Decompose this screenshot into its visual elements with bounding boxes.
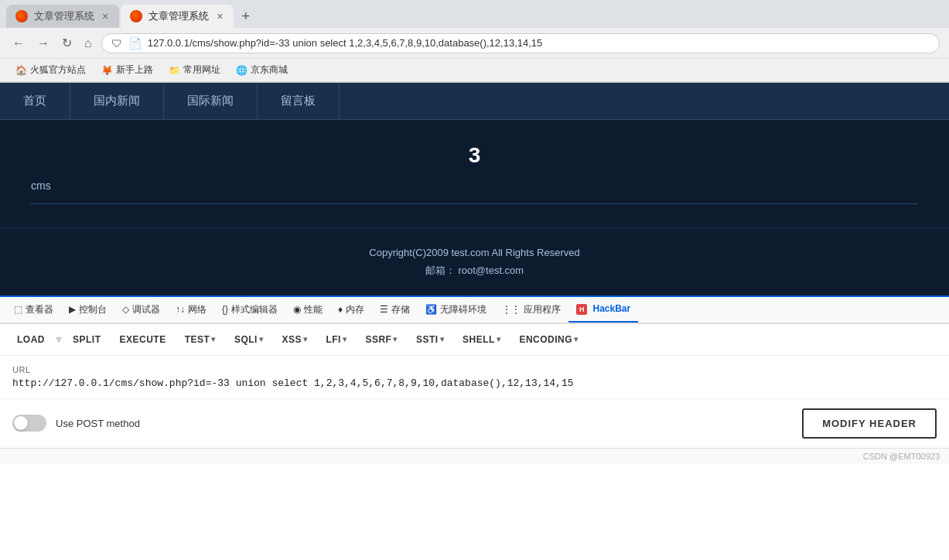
nav-international[interactable]: 国际新闻 [164,83,258,119]
hackbar-split-button[interactable]: SPLIT [65,330,109,349]
ssrf-dropdown-arrow: ▾ [393,335,398,343]
bookmark-firefox-label: 火狐官方站点 [30,63,86,77]
devtool-console[interactable]: ▶ 控制台 [61,297,114,323]
csdn-label: CSDN @EMT00923 [863,452,940,461]
hackbar-lfi-button[interactable]: LFI ▾ [318,330,354,349]
test-dropdown-arrow: ▾ [211,335,216,343]
perf-icon: ◉ [293,304,301,315]
hackbar-label: HackBar [592,303,630,314]
tab-active[interactable]: 文章管理系统 × [121,5,234,28]
footer-email-label: 邮箱： [425,265,456,276]
tab-inactive[interactable]: 文章管理系统 × [6,5,119,28]
hackbar-load-button[interactable]: LOAD [9,330,53,349]
inspect-label: 查看器 [26,303,53,316]
hackbar-url-section: URL http://127.0.0.1/cms/show.php?id=-33… [0,356,949,399]
perf-label: 性能 [304,303,323,316]
hackbar-sqli-button[interactable]: SQLI ▾ [227,330,271,349]
home-button[interactable]: ⌂ [81,33,95,53]
app-icon: ⋮⋮ [502,304,521,315]
hackbar-panel: LOAD ▾ SPLIT EXECUTE TEST ▾ SQLI ▾ XSS ▾… [0,323,949,448]
devtool-storage[interactable]: ☰ 存储 [372,297,418,323]
bookmark-jd-icon: 🌐 [236,65,247,76]
footer-copyright: Copyright(C)2009 test.com All Rights Res… [15,244,934,261]
shell-dropdown-arrow: ▾ [497,335,501,343]
devtool-hackbar[interactable]: H HackBar [568,297,638,323]
tab1-close-icon[interactable]: × [101,10,110,22]
memory-icon: ♦ [338,304,343,315]
tab-bar: 文章管理系统 × 文章管理系统 × + [0,0,949,28]
new-tab-button[interactable]: + [235,5,256,28]
hackbar-encoding-button[interactable]: ENCODING ▾ [511,330,585,349]
bookmark-newuser-label: 新手上路 [116,63,153,77]
devtool-network[interactable]: ↑↓ 网络 [168,297,214,323]
tab2-title: 文章管理系统 [148,9,209,23]
url-display: 127.0.0.1/cms/show.php?id=-33 union sele… [148,37,930,49]
toolbar-separator1: ▾ [56,332,62,347]
nav-domestic[interactable]: 国内新闻 [70,83,164,119]
bookmark-jd-label: 京东商城 [251,63,288,77]
console-label: 控制台 [79,303,107,316]
modify-header-button[interactable]: MODIFY HEADER [802,408,937,439]
nav-spacer [340,83,949,119]
devtools-bar: ⬚ 查看器 ▶ 控制台 ◇ 调试器 ↑↓ 网络 {} 样式编辑器 ◉ 性能 ♦ … [0,295,949,323]
url-bar[interactable]: 🛡 📄 127.0.0.1/cms/show.php?id=-33 union … [101,33,940,53]
console-icon: ▶ [69,304,76,315]
bookmark-urls[interactable]: 📁 常用网址 [162,62,227,78]
hackbar-ssti-button[interactable]: SSTI ▾ [408,330,452,349]
website-nav: 首页 国内新闻 国际新闻 留言板 [0,83,949,120]
xss-dropdown-arrow: ▾ [303,335,308,343]
post-method-row: Use POST method [12,415,140,432]
debugger-icon: ◇ [122,304,129,315]
hackbar-toolbar: LOAD ▾ SPLIT EXECUTE TEST ▾ SQLI ▾ XSS ▾… [0,324,949,356]
app-label: 应用程序 [524,303,561,316]
accessibility-icon: ♿ [425,304,437,315]
hackbar-xss-button[interactable]: XSS ▾ [274,330,315,349]
bookmark-firefox-icon: 🏠 [15,65,27,76]
network-label: 网络 [188,303,207,316]
devtool-memory[interactable]: ♦ 内存 [330,297,372,323]
devtool-app[interactable]: ⋮⋮ 应用程序 [494,297,568,323]
accessibility-label: 无障碍环境 [440,303,486,316]
content-number: 3 [31,135,918,176]
post-method-toggle[interactable] [12,415,46,432]
devtool-accessibility[interactable]: ♿ 无障碍环境 [418,297,494,323]
content-separator [31,203,918,204]
tab1-favicon [15,10,28,22]
tab1-title: 文章管理系统 [34,9,94,23]
sqli-dropdown-arrow: ▾ [259,335,264,343]
website-footer: Copyright(C)2009 test.com All Rights Res… [0,227,949,295]
network-icon: ↑↓ [176,304,185,315]
lfi-dropdown-arrow: ▾ [343,335,347,343]
hackbar-ssrf-button[interactable]: SSRF ▾ [357,330,405,349]
devtool-inspect[interactable]: ⬚ 查看器 [6,297,61,323]
hackbar-execute-button[interactable]: EXECUTE [112,330,174,349]
bookmark-newuser-icon: 🦊 [101,65,113,76]
hackbar-icon: H [576,304,587,315]
reload-button[interactable]: ↻ [59,32,75,53]
hackbar-shell-button[interactable]: SHELL ▾ [455,330,508,349]
encoding-dropdown-arrow: ▾ [574,335,579,343]
post-method-label: Use POST method [56,418,140,429]
style-icon: {} [222,304,228,315]
nav-home[interactable]: 首页 [0,83,70,119]
tab2-close-icon[interactable]: × [215,10,224,22]
url-section-label: URL [12,365,937,374]
forward-button[interactable]: → [34,33,53,53]
browser-chrome: 文章管理系统 × 文章管理系统 × + ← → ↻ ⌂ 🛡 📄 127.0.0.… [0,0,949,83]
url-section-value: http://127.0.0.1/cms/show.php?id=-33 uni… [12,377,937,389]
ssti-dropdown-arrow: ▾ [440,335,445,343]
devtool-perf[interactable]: ◉ 性能 [285,297,330,323]
storage-label: 存储 [391,303,410,316]
website-main: 3 cms [0,120,949,227]
devtool-style[interactable]: {} 样式编辑器 [214,297,285,323]
devtool-debugger[interactable]: ◇ 调试器 [114,297,168,323]
hackbar-test-button[interactable]: TEST ▾ [177,330,224,349]
bookmark-firefox[interactable]: 🏠 火狐官方站点 [9,62,92,78]
bookmark-urls-label: 常用网址 [183,63,220,77]
bookmark-jd[interactable]: 🌐 京东商城 [230,62,294,78]
cms-label: cms [31,176,918,196]
back-button[interactable]: ← [9,33,28,53]
nav-guestbook[interactable]: 留言板 [258,83,340,119]
bookmark-newuser[interactable]: 🦊 新手上路 [95,62,159,78]
hackbar-options: Use POST method MODIFY HEADER [0,399,949,448]
